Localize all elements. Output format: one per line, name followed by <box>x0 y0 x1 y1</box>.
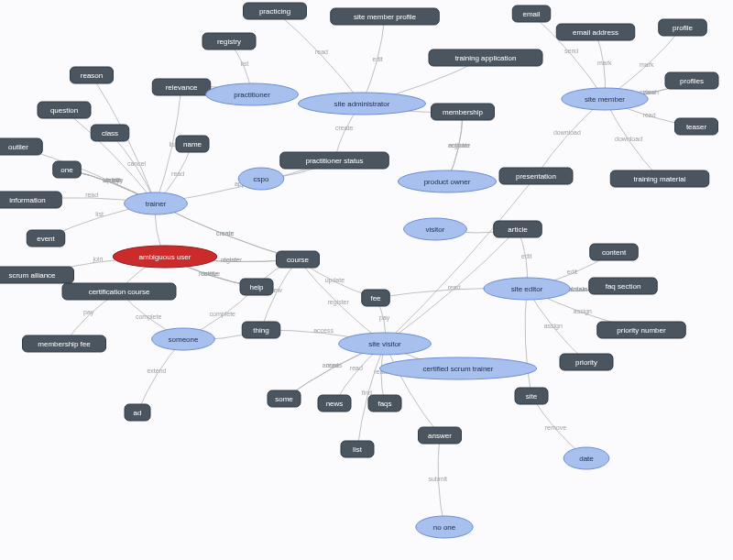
node-faq_section[interactable]: faq section <box>589 278 658 294</box>
entity-label: name <box>183 140 202 148</box>
node-profiles[interactable]: profiles <box>665 72 718 89</box>
node-outlier[interactable]: outlier <box>0 138 42 155</box>
entity-label: course <box>287 256 310 264</box>
entity-label: some <box>275 395 293 403</box>
entity-label: priority <box>575 358 597 367</box>
entity-label: list <box>353 445 363 454</box>
node-membership[interactable]: membership <box>432 104 495 120</box>
node-product_owner[interactable]: product owner <box>398 170 496 192</box>
node-content[interactable]: content <box>590 244 639 260</box>
edge-label: read <box>350 365 363 371</box>
edge-label: assign <box>544 323 563 330</box>
node-information[interactable]: information <box>0 192 61 208</box>
node-site_member[interactable]: site member <box>562 88 648 110</box>
node-training_material[interactable]: training material <box>610 170 709 187</box>
nodes-layer: practicingsite member profileemailemail … <box>0 3 718 538</box>
edge-trainer-question <box>64 110 156 203</box>
node-one[interactable]: one <box>53 161 82 178</box>
edge-label: create <box>335 125 354 131</box>
node-membership_fee[interactable]: membership fee <box>23 335 106 352</box>
edge-label: list <box>241 60 249 67</box>
edge-label: download <box>553 129 581 136</box>
node-practicing[interactable]: practicing <box>244 3 307 19</box>
node-trainer[interactable]: trainer <box>125 192 188 214</box>
node-thing[interactable]: thing <box>242 322 280 338</box>
node-site[interactable]: site <box>515 388 548 404</box>
node-list[interactable]: list <box>341 441 374 457</box>
edge-label: register <box>221 257 243 264</box>
entity-label: article <box>508 225 528 234</box>
node-question[interactable]: question <box>38 102 91 118</box>
node-no_one[interactable]: no one <box>416 516 473 538</box>
edge-label: create <box>216 230 235 236</box>
entity-label: training application <box>455 54 517 62</box>
node-email[interactable]: email <box>512 5 551 22</box>
actor-label: trainer <box>146 200 167 208</box>
entity-label: certification course <box>89 288 150 296</box>
node-practitioner[interactable]: practitioner <box>206 83 299 105</box>
entity-label: question <box>50 106 78 115</box>
entity-label: profile <box>673 24 693 32</box>
edge-site_visitor-answer <box>385 344 440 435</box>
edge-label: activate <box>448 142 470 148</box>
node-site_editor[interactable]: site editor <box>484 278 570 300</box>
node-news[interactable]: news <box>318 395 351 412</box>
entity-label: relevance <box>166 83 198 92</box>
node-certification_course[interactable]: certification course <box>62 283 176 300</box>
node-answer[interactable]: answer <box>419 427 462 444</box>
actor-label: cspo <box>254 175 269 183</box>
node-priority_number[interactable]: priority number <box>597 322 686 338</box>
node-fee[interactable]: fee <box>362 290 390 306</box>
node-presentation[interactable]: presentation <box>499 168 573 184</box>
entity-label: presentation <box>516 172 556 181</box>
entity-label: faq section <box>606 282 641 291</box>
node-name[interactable]: name <box>176 136 209 152</box>
node-event[interactable]: event <box>27 230 65 247</box>
node-visitor[interactable]: visitor <box>404 218 467 240</box>
node-class[interactable]: class <box>91 125 129 141</box>
edge-label: list <box>95 211 104 217</box>
node-priority[interactable]: priority <box>560 354 613 370</box>
edge-label: remove <box>545 424 566 431</box>
node-relevance[interactable]: relevance <box>152 79 211 95</box>
node-article[interactable]: article <box>494 221 542 237</box>
node-practitioner_status[interactable]: practitioner status <box>280 152 389 169</box>
node-ambiguous_user[interactable]: ambiguous user <box>113 246 217 268</box>
node-ad[interactable]: ad <box>125 404 150 421</box>
actor-label: product owner <box>424 178 471 186</box>
edge-label: access <box>313 327 334 334</box>
edge-label: mark <box>640 61 654 68</box>
node-site_administrator[interactable]: site administrator <box>298 93 425 115</box>
edge-label: read <box>85 192 98 198</box>
edge-label: complete <box>136 313 162 321</box>
actor-label: certified scrum trainer <box>423 365 494 373</box>
actor-label: someone <box>169 335 199 344</box>
node-help[interactable]: help <box>240 279 273 295</box>
edge-label: pay <box>379 314 390 322</box>
edge-label: read <box>315 49 328 55</box>
edge-label: update <box>325 277 345 284</box>
node-email_address[interactable]: email address <box>556 24 635 40</box>
node-cspo[interactable]: cspo <box>238 168 284 190</box>
node-faqs[interactable]: faqs <box>368 395 401 412</box>
entity-label: thing <box>253 326 268 335</box>
node-site_visitor[interactable]: site visitor <box>339 333 432 355</box>
node-profile[interactable]: profile <box>659 19 707 36</box>
node-training_application[interactable]: training application <box>429 49 542 66</box>
node-certified_scrum_trainer[interactable]: certified scrum trainer <box>379 357 536 379</box>
node-someone[interactable]: someone <box>152 328 215 350</box>
node-course[interactable]: course <box>277 251 320 268</box>
node-reason[interactable]: reason <box>71 67 114 83</box>
edge-label: edit <box>372 56 382 62</box>
node-scrum_alliance[interactable]: scrum alliance <box>0 267 74 283</box>
node-date[interactable]: date <box>563 447 609 469</box>
edge-label: register <box>327 299 349 306</box>
actor-label: site editor <box>511 285 543 293</box>
node-registry[interactable]: registry <box>202 33 256 49</box>
edge-label: cancel <box>127 160 147 167</box>
entity-label: site member profile <box>354 13 417 21</box>
node-some[interactable]: some <box>268 390 301 407</box>
node-site_member_profile[interactable]: site member profile <box>331 8 440 25</box>
actor-label: visitor <box>426 225 445 234</box>
node-teaser[interactable]: teaser <box>675 118 718 135</box>
